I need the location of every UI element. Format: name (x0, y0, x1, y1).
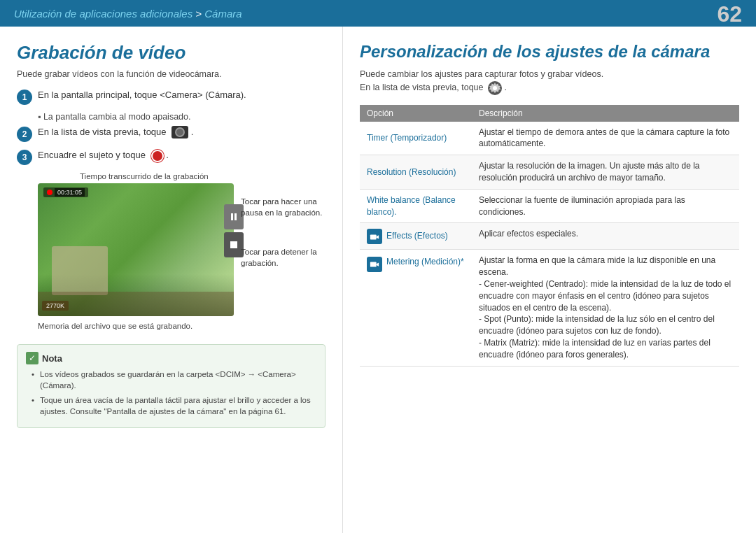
rec-indicator: 00:31:05 (43, 187, 88, 197)
desc-metering: Ajustar la forma en que la cámara mide l… (472, 250, 739, 366)
nota-check-icon: ✓ (26, 352, 38, 364)
svg-marker-5 (377, 236, 379, 239)
option-resolution: Resolution (Resolución) (360, 155, 472, 190)
settings-table: Opción Descripción Timer (Temporizador) … (360, 105, 739, 367)
top-bar: Utilización de aplicaciones adicionales … (0, 0, 756, 27)
main-content: Grabación de vídeo Puede grabar vídeos c… (0, 27, 756, 533)
breadcrumb-sub: Cámara (204, 8, 241, 20)
desc-effects: Aplicar efectos especiales. (472, 223, 739, 250)
option-timer: Timer (Temporizador) (360, 122, 472, 155)
camera-image-container: Tiempo transcurrido de la grabación 00:3… (38, 172, 326, 330)
left-column: Grabación de vídeo Puede grabar vídeos c… (0, 27, 343, 533)
table-header-description: Descripción (472, 105, 739, 122)
table-row: Metering (Medición)* Ajustar la forma en… (360, 250, 739, 366)
gear-icon (488, 81, 502, 95)
nota-box: ✓ Nota Los vídeos grabados se guardarán … (17, 344, 326, 428)
table-row: White balance (Balance blanco). Seleccio… (360, 189, 739, 223)
right-intro: Puede cambiar los ajustes para capturar … (360, 68, 739, 95)
step-1: 1 En la pantalla principal, toque <Camer… (17, 89, 326, 105)
pause-annotation: Tocar para hacer una pausa en la grabaci… (241, 196, 335, 218)
breadcrumb-main: Utilización de aplicaciones adicionales (14, 8, 192, 20)
camera-screen: 00:31:05 2770K (38, 183, 234, 316)
svg-rect-2 (230, 241, 237, 248)
left-section-title: Grabación de vídeo (17, 42, 326, 64)
rec-dot (47, 190, 52, 195)
camera-row-icon (367, 229, 382, 244)
right-column: Personalización de los ajustes de la cám… (343, 27, 756, 533)
desc-white-balance: Seleccionar la fuente de iluminación apr… (472, 189, 739, 223)
table-row: Resolution (Resolución) Ajustar la resol… (360, 155, 739, 190)
nota-title: Nota (42, 353, 62, 364)
camera-icon (172, 126, 188, 138)
desc-timer: Ajustar el tiempo de demora antes de que… (472, 122, 739, 155)
right-section-title: Personalización de los ajustes de la cám… (360, 42, 739, 62)
step-num-3: 3 (17, 150, 32, 165)
step-1-bullet: La pantalla cambia al modo apaisado. (38, 112, 326, 122)
memory-label: Memoria del archivo que se está grabando… (38, 322, 326, 330)
time-transcurred-label: Tiempo transcurrido de la grabación (80, 172, 326, 180)
option-white-balance: White balance (Balance blanco). (360, 189, 472, 223)
svg-point-8 (372, 264, 374, 266)
step-3-text: Encuadre el sujeto y toque . (38, 149, 169, 162)
record-icon (151, 150, 164, 162)
step-num-2: 2 (17, 127, 32, 142)
rec-time: 00:31:05 (55, 188, 85, 197)
table-header-option: Opción (360, 105, 472, 122)
option-metering: Metering (Medición)* (360, 250, 472, 366)
nota-item-1: Los vídeos grabados se guardarán en la c… (31, 369, 316, 391)
page-number: 62 (717, 3, 742, 25)
svg-marker-7 (377, 263, 379, 266)
table-row: Effects (Efectos) Aplicar efectos especi… (360, 223, 739, 250)
step-1-text: En la pantalla principal, toque <Camera>… (38, 89, 246, 101)
svg-rect-1 (234, 213, 237, 220)
table-row: Timer (Temporizador) Ajustar el tiempo d… (360, 122, 739, 155)
option-effects: Effects (Efectos) (360, 223, 472, 250)
step-2: 2 En la lista de vista previa, toque . (17, 126, 326, 142)
step-num-1: 1 (17, 90, 32, 105)
nota-header: ✓ Nota (26, 352, 316, 364)
svg-rect-4 (370, 235, 377, 240)
step-2-text: En la lista de vista previa, toque . (38, 126, 193, 139)
breadcrumb: Utilización de aplicaciones adicionales … (14, 8, 242, 20)
video-camera-row-icon (367, 257, 382, 272)
desc-resolution: Ajustar la resolución de la imagen. Un a… (472, 155, 739, 190)
left-intro: Puede grabar vídeos con la función de vi… (17, 69, 326, 79)
svg-rect-0 (231, 213, 233, 220)
nota-item-2: Toque un área vacía de la pantalla tácti… (31, 395, 316, 417)
stop-annotation: Tocar para detener la grabación. (241, 246, 335, 269)
info-bar: 2770K (42, 301, 69, 311)
step-3: 3 Encuadre el sujeto y toque . (17, 149, 326, 165)
